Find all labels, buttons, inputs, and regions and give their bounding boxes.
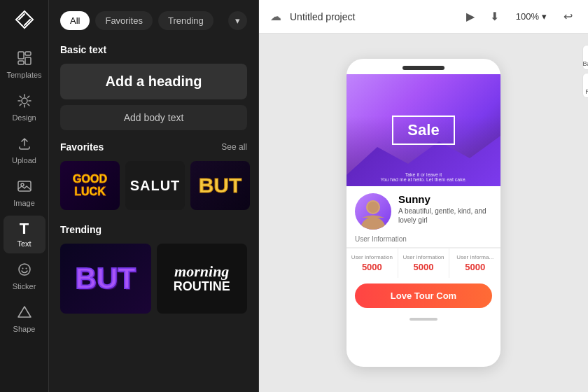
stat-label-1: User Information (351, 254, 393, 260)
canvas-topbar: ☁ Untitled project ▶ ⬇ 100% ▾ ↩ (259, 0, 588, 34)
play-button[interactable]: ▶ (462, 7, 479, 26)
phone-mockup: Sale Take it or leave it You had me at h… (346, 59, 500, 367)
svg-rect-3 (18, 61, 24, 64)
salut-sticker[interactable]: SALUT (125, 161, 185, 210)
phone-hero: Sale Take it or leave it You had me at h… (346, 74, 500, 186)
svg-rect-1 (25, 52, 31, 55)
text-panel: All Favorites Trending ▾ Basic text Add … (49, 0, 259, 392)
profile-description: A beautiful, gentle, kind, and lovely gi… (398, 206, 492, 225)
zoom-control[interactable]: 100% ▾ (510, 8, 552, 24)
stat-label-2: User Information (402, 254, 444, 260)
stats-row: User Information 5000 User Information 5… (346, 248, 500, 278)
add-body-button[interactable]: Add body text (60, 105, 247, 130)
svg-rect-0 (18, 52, 24, 59)
phone-notch (402, 66, 444, 70)
sidebar-item-image[interactable]: Image (4, 173, 46, 213)
stat-label-3: User Informa... (456, 254, 493, 260)
download-button[interactable]: ⬇ (486, 7, 503, 26)
project-title: Untitled project (290, 11, 355, 22)
sidebar-item-templates[interactable]: Templates (4, 45, 46, 85)
zoom-chevron-icon: ▾ (542, 11, 547, 22)
sidebar-sticker-label: Sticker (13, 282, 36, 290)
panel-tabs: All Favorites Trending ▾ (60, 11, 247, 30)
project-cloud-icon: ☁ (270, 10, 281, 23)
image-icon (17, 178, 32, 196)
undo-button[interactable]: ↩ (559, 7, 577, 26)
canvas-workspace[interactable]: Sale Take it or leave it You had me at h… (259, 34, 588, 392)
sidebar-item-shape[interactable]: Shape (4, 299, 46, 339)
user-info-label: User Information (346, 235, 500, 248)
sidebar-upload-label: Upload (12, 156, 36, 164)
morning-routine-sticker[interactable]: morning ROUTINE (157, 244, 248, 314)
stat-item-1: User Information 5000 (346, 248, 398, 278)
good-luck-sticker[interactable]: GOOD LUCK (60, 161, 120, 210)
sale-badge: Sale (392, 115, 454, 145)
sidebar-design-label: Design (12, 113, 36, 122)
svg-point-8 (22, 268, 23, 270)
add-heading-button[interactable]: Add a heading (60, 64, 247, 99)
favorites-grid: GOOD LUCK SALUT BUT › (60, 161, 247, 210)
profile-info: Sunny A beautiful, gentle, kind, and lov… (398, 193, 492, 225)
text-icon: T (20, 221, 29, 237)
shape-icon (17, 304, 32, 322)
but-yellow-sticker[interactable]: BUT (190, 161, 250, 210)
svg-point-9 (25, 268, 27, 270)
sidebar-item-upload[interactable]: Upload (4, 130, 46, 170)
stat-value-2: 5000 (414, 262, 434, 272)
svg-point-4 (22, 98, 27, 104)
canvas-area: ☁ Untitled project ▶ ⬇ 100% ▾ ↩ Backgr..… (259, 0, 588, 392)
tab-trending[interactable]: Trending (158, 11, 214, 30)
sidebar-text-label: Text (17, 239, 31, 248)
phone-profile: Sunny A beautiful, gentle, kind, and lov… (346, 186, 500, 235)
templates-icon (17, 50, 32, 68)
home-indicator (410, 318, 438, 321)
stat-item-3: User Informa... 5000 (449, 248, 500, 278)
trending-title: Trending (60, 224, 247, 235)
canvas-tools: Backgr... Resize (582, 45, 588, 98)
see-all-button[interactable]: See all (221, 142, 247, 152)
love-tour-button[interactable]: Love Tour Com (355, 284, 492, 308)
stat-value-3: 5000 (465, 262, 485, 272)
hero-caption: Take it or leave it You had me at hello.… (380, 172, 466, 182)
stat-item-2: User Information 5000 (398, 248, 450, 278)
svg-rect-2 (25, 57, 31, 64)
design-icon (17, 93, 32, 111)
topbar-actions: ▶ ⬇ 100% ▾ ↩ (462, 7, 577, 26)
sticker-icon (17, 262, 32, 279)
svg-rect-5 (18, 181, 31, 191)
favorites-header: Favorites See all (60, 141, 247, 153)
sidebar: Templates Design Upload Image (0, 0, 49, 392)
app-logo[interactable] (13, 8, 36, 34)
background-tool[interactable]: Backgr... (582, 45, 588, 70)
sidebar-item-design[interactable]: Design (4, 88, 46, 127)
tab-all[interactable]: All (60, 11, 90, 30)
resize-tool[interactable]: Resize (582, 73, 588, 98)
sidebar-shape-label: Shape (13, 325, 36, 333)
sidebar-image-label: Image (13, 199, 35, 207)
upload-icon (17, 136, 32, 153)
svg-point-12 (360, 217, 386, 230)
sidebar-item-sticker[interactable]: Sticker (4, 256, 46, 296)
profile-name: Sunny (398, 193, 492, 205)
phone-bottom (346, 314, 500, 325)
svg-point-14 (368, 202, 379, 213)
sidebar-templates-label: Templates (6, 71, 41, 79)
profile-avatar (355, 193, 391, 230)
svg-point-7 (19, 264, 30, 275)
but-purple-sticker[interactable]: BUT (60, 244, 151, 314)
tab-favorites[interactable]: Favorites (95, 11, 152, 30)
stat-value-1: 5000 (362, 262, 382, 272)
favorites-title: Favorites (60, 141, 104, 153)
basic-text-title: Basic text (60, 44, 247, 55)
zoom-level: 100% (516, 11, 539, 22)
trending-grid: BUT morning ROUTINE (60, 244, 247, 314)
tab-more-btn[interactable]: ▾ (228, 11, 247, 30)
sidebar-item-text[interactable]: T Text (4, 216, 46, 253)
